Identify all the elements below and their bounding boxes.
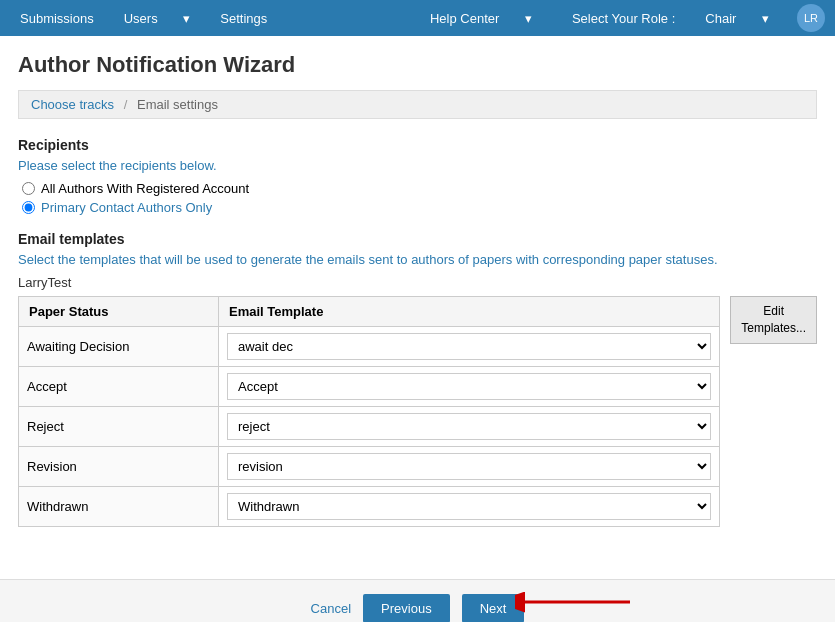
next-button[interactable]: Next xyxy=(462,594,525,622)
email-template-select[interactable]: Accept xyxy=(227,373,711,400)
email-template-select[interactable]: reject xyxy=(227,413,711,440)
recipients-info: Please select the recipients below. xyxy=(18,158,817,173)
email-template-cell: Withdrawn xyxy=(219,487,720,527)
red-arrow-svg xyxy=(515,582,635,622)
role-selector[interactable]: Chair ▾ xyxy=(685,11,789,26)
templates-description: Select the templates that will be used t… xyxy=(18,252,817,267)
email-template-cell: await dec xyxy=(219,327,720,367)
paper-status-cell: Withdrawn xyxy=(19,487,219,527)
paper-status-cell: Accept xyxy=(19,367,219,407)
email-template-cell: reject xyxy=(219,407,720,447)
email-table-wrapper: Paper Status Email Template Awaiting Dec… xyxy=(18,296,817,527)
select-role-label: Select Your Role : xyxy=(562,11,685,26)
page-footer: Cancel Previous Next xyxy=(0,579,835,622)
radio-all-authors-input[interactable] xyxy=(22,182,35,195)
email-template-select[interactable]: Withdrawn xyxy=(227,493,711,520)
email-template-cell: Accept xyxy=(219,367,720,407)
nav-submissions[interactable]: Submissions xyxy=(10,11,104,26)
email-template-cell: revision xyxy=(219,447,720,487)
breadcrumb: Choose tracks / Email settings xyxy=(18,90,817,119)
paper-status-cell: Revision xyxy=(19,447,219,487)
users-dropdown-arrow: ▾ xyxy=(173,11,200,26)
role-dropdown-arrow: ▾ xyxy=(752,11,779,26)
nav-settings[interactable]: Settings xyxy=(210,11,277,26)
breadcrumb-step1[interactable]: Choose tracks xyxy=(31,97,114,112)
paper-status-cell: Awaiting Decision xyxy=(19,327,219,367)
recipients-section: Recipients Please select the recipients … xyxy=(18,137,817,215)
paper-status-cell: Reject xyxy=(19,407,219,447)
edit-templates-button[interactable]: Edit Templates... xyxy=(730,296,817,344)
cancel-button[interactable]: Cancel xyxy=(311,601,351,616)
email-template-select[interactable]: revision xyxy=(227,453,711,480)
table-row: AcceptAccept xyxy=(19,367,720,407)
table-row: Rejectreject xyxy=(19,407,720,447)
page-content: Author Notification Wizard Choose tracks… xyxy=(0,36,835,559)
track-name-label: LarryTest xyxy=(18,275,817,290)
email-templates-table: Paper Status Email Template Awaiting Dec… xyxy=(18,296,720,527)
col-email-template: Email Template xyxy=(219,297,720,327)
radio-all-authors[interactable]: All Authors With Registered Account xyxy=(22,181,817,196)
radio-primary-contact[interactable]: Primary Contact Authors Only xyxy=(22,200,817,215)
table-row: Awaiting Decisionawait dec xyxy=(19,327,720,367)
col-paper-status: Paper Status xyxy=(19,297,219,327)
top-navigation: Submissions Users ▾ Settings Help Center… xyxy=(0,0,835,36)
recipients-header: Recipients xyxy=(18,137,817,153)
nav-help-center[interactable]: Help Center ▾ xyxy=(410,11,552,26)
previous-button[interactable]: Previous xyxy=(363,594,450,622)
arrow-annotation xyxy=(515,582,635,622)
email-templates-header: Email templates xyxy=(18,231,817,247)
table-row: Revisionrevision xyxy=(19,447,720,487)
help-dropdown-arrow: ▾ xyxy=(515,11,542,26)
templates-section: Email templates Select the templates tha… xyxy=(18,231,817,527)
breadcrumb-separator: / xyxy=(124,97,128,112)
user-avatar[interactable]: LR xyxy=(797,4,825,32)
table-row: WithdrawnWithdrawn xyxy=(19,487,720,527)
breadcrumb-step2: Email settings xyxy=(137,97,218,112)
page-title: Author Notification Wizard xyxy=(18,52,817,78)
nav-users[interactable]: Users ▾ xyxy=(104,11,211,26)
recipients-radio-group: All Authors With Registered Account Prim… xyxy=(22,181,817,215)
email-template-select[interactable]: await dec xyxy=(227,333,711,360)
radio-primary-contact-input[interactable] xyxy=(22,201,35,214)
